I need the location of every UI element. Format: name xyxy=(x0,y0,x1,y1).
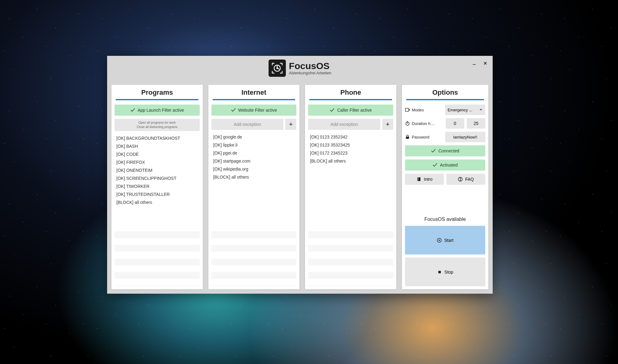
svg-rect-7 xyxy=(418,177,418,181)
stop-icon xyxy=(437,270,442,275)
check-icon xyxy=(330,108,335,113)
book-icon xyxy=(416,177,421,182)
internet-panel: Internet Website Filter active + [OK] go… xyxy=(208,85,300,289)
list-item[interactable]: [OK] 0172 2345223 xyxy=(308,149,393,157)
list-item[interactable]: [OK] FIREFOX xyxy=(115,158,200,166)
programs-status[interactable]: App Launch Filter active xyxy=(115,105,200,116)
svg-point-9 xyxy=(460,180,461,181)
app-subtitle: Ablenkungsfrei Arbeiten xyxy=(289,71,331,75)
modes-select[interactable] xyxy=(445,105,485,115)
list-item[interactable]: [OK] lippke.li xyxy=(211,141,297,149)
check-icon xyxy=(231,108,236,113)
duration-label: Duration h:... xyxy=(412,121,435,126)
programs-panel: Programs App Launch Filter active Open a… xyxy=(111,85,203,289)
phone-list: [OK] 0123 2352342 [OK] 0123 35323425 [OK… xyxy=(308,133,393,286)
phone-add-button[interactable]: + xyxy=(382,119,393,130)
programs-list: [OK] BACKGROUNDTASKHOST [OK] BASH [OK] C… xyxy=(115,134,200,286)
list-item[interactable]: [OK] TRUSTEDINSTALLER xyxy=(115,190,200,198)
svg-rect-6 xyxy=(417,177,420,181)
list-item[interactable]: [OK] ONENOTEIM xyxy=(115,166,200,174)
lock-icon xyxy=(405,134,410,139)
list-item[interactable]: [OK] BASH xyxy=(115,142,200,150)
list-item[interactable]: [BLOCK] all others xyxy=(308,157,393,165)
titlebar: FocusOS Ablenkungsfrei Arbeiten xyxy=(107,56,493,81)
internet-add-exception-input[interactable] xyxy=(211,119,284,130)
duration-hours-input[interactable] xyxy=(446,118,464,129)
svg-rect-5 xyxy=(406,137,409,139)
app-title: FocusOS xyxy=(289,61,331,71)
list-item[interactable]: [OK] 0123 2352342 xyxy=(308,133,393,141)
duration-minutes-input[interactable] xyxy=(467,118,485,129)
timer-icon xyxy=(405,121,410,126)
app-window: FocusOS Ablenkungsfrei Arbeiten Programs… xyxy=(107,56,493,294)
phone-status[interactable]: Caller Filter active xyxy=(308,105,393,116)
phone-add-exception-input[interactable] xyxy=(308,119,380,130)
internet-list: [OK] google.de [OK] lippke.li [OK] pgei.… xyxy=(211,133,297,286)
internet-status[interactable]: Website Filter active xyxy=(211,105,297,116)
check-icon xyxy=(130,108,135,113)
minimize-button[interactable] xyxy=(469,58,479,68)
list-item[interactable]: [OK] 0123 35323425 xyxy=(308,141,393,149)
list-item[interactable]: [OK] startpage.com xyxy=(211,157,297,165)
list-item[interactable]: [OK] wikipedia.org xyxy=(211,165,297,173)
logo-icon xyxy=(269,60,286,77)
options-title: Options xyxy=(405,89,485,99)
password-input[interactable] xyxy=(445,132,485,142)
check-icon xyxy=(432,163,437,168)
availability-text: FocusOS available xyxy=(405,217,485,222)
list-item[interactable]: [OK] pgei.de xyxy=(211,149,297,157)
password-label: Password xyxy=(412,135,429,139)
modes-label: Modes xyxy=(412,108,424,112)
help-icon xyxy=(458,177,463,182)
svg-rect-3 xyxy=(405,108,409,111)
app-logo: FocusOS Ablenkungsfrei Arbeiten xyxy=(269,60,331,77)
activated-status[interactable]: Activated xyxy=(405,159,485,171)
internet-add-button[interactable]: + xyxy=(285,119,296,130)
phone-panel: Phone Caller Filter active + [OK] 0123 2… xyxy=(305,85,396,289)
connected-status[interactable]: Connected xyxy=(405,145,485,156)
list-item[interactable]: [BLOCK] all others xyxy=(211,173,297,181)
stop-button[interactable]: Stop xyxy=(405,258,485,286)
list-item[interactable]: [OK] CODE xyxy=(115,150,200,158)
faq-button[interactable]: FAQ xyxy=(446,174,485,185)
start-button[interactable]: Start xyxy=(405,226,485,254)
list-item[interactable]: [OK] SCREENCLIPPINGHOST xyxy=(115,174,200,182)
programs-title: Programs xyxy=(115,89,200,99)
svg-rect-11 xyxy=(438,271,441,273)
close-button[interactable] xyxy=(480,58,490,68)
programs-hint: Open all programs for work Close all dis… xyxy=(115,119,200,131)
list-item[interactable]: [OK] google.de xyxy=(211,133,297,141)
intro-button[interactable]: Intro xyxy=(405,174,444,185)
play-circle-icon xyxy=(437,238,442,243)
list-item[interactable]: [OK] BACKGROUNDTASKHOST xyxy=(115,134,200,142)
internet-title: Internet xyxy=(211,89,297,99)
list-item[interactable]: [BLOCK] all others xyxy=(115,198,200,206)
phone-title: Phone xyxy=(308,89,393,99)
options-panel: Options Modes Duration h:... xyxy=(402,85,488,289)
check-icon xyxy=(431,148,436,153)
list-item[interactable]: [OK] TIWORKER xyxy=(115,182,200,190)
modes-icon xyxy=(405,107,410,112)
